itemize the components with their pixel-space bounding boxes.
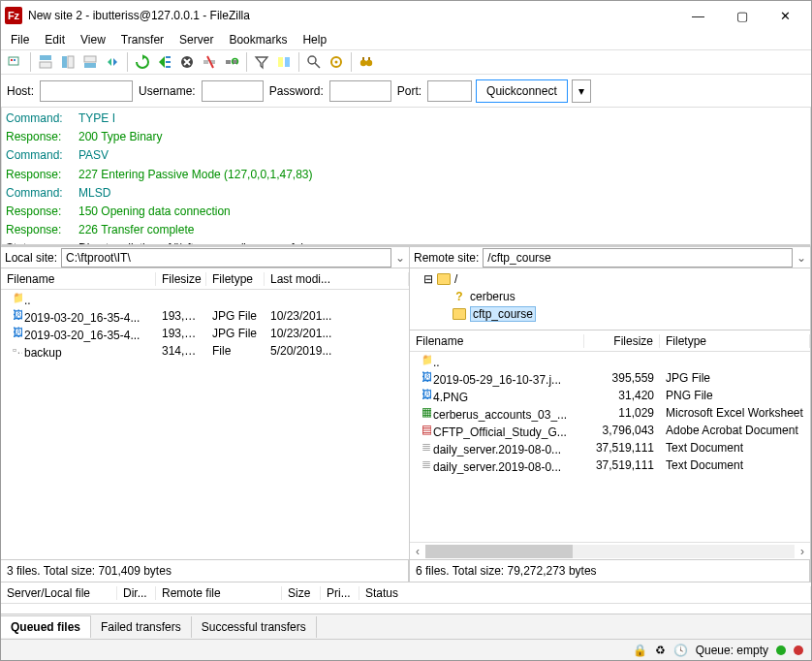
svg-rect-7 xyxy=(84,56,96,62)
tree-item-cerberus[interactable]: cerberus xyxy=(470,290,515,303)
svg-point-23 xyxy=(360,60,366,66)
clock-icon: 🕓 xyxy=(673,644,688,657)
list-item[interactable]: 🖼2019-03-20_16-35-4...193,5...JPG File10… xyxy=(1,325,409,342)
menu-file[interactable]: File xyxy=(3,31,37,48)
svg-rect-1 xyxy=(11,59,13,61)
filter-icon[interactable] xyxy=(251,51,272,73)
toggle-queue-icon[interactable] xyxy=(79,51,101,73)
reconnect-icon[interactable] xyxy=(221,51,242,73)
recycle-icon: ♻ xyxy=(655,644,666,657)
list-item[interactable]: 🖼2019-05-29_16-10-37.j...395,559JPG File xyxy=(410,369,810,387)
remote-path-dropdown[interactable]: ⌄ xyxy=(793,251,810,265)
jpg-icon: 🖼 xyxy=(7,326,22,339)
menu-bookmarks[interactable]: Bookmarks xyxy=(221,31,295,48)
compare-icon[interactable] xyxy=(273,51,295,73)
tab-successful-transfers[interactable]: Successful transfers xyxy=(192,616,317,638)
cancel-icon[interactable] xyxy=(176,51,198,73)
remote-columns[interactable]: Filename Filesize Filetype xyxy=(410,330,810,352)
svg-rect-25 xyxy=(362,57,364,60)
list-item[interactable]: ▫backup314,3...File5/20/2019... xyxy=(1,342,409,360)
list-item[interactable]: 🖼2019-03-20_16-35-4...193,5...JPG File10… xyxy=(1,307,409,325)
remote-tree[interactable]: ⊟/ ?cerberus cftp_course xyxy=(410,268,810,330)
xls-icon: ▦ xyxy=(416,405,431,419)
menu-help[interactable]: Help xyxy=(295,31,334,48)
generic-icon: ▫ xyxy=(7,343,22,357)
lock-icon: 🔒 xyxy=(633,644,647,657)
list-item[interactable]: 📁.. xyxy=(1,290,409,307)
sync-browse-icon[interactable] xyxy=(102,51,123,73)
local-filelist[interactable]: Filename Filesize Filetype Last modi... … xyxy=(1,268,409,559)
minimize-button[interactable]: — xyxy=(676,2,720,29)
file-panes: Local site: ⌄ Filename Filesize Filetype… xyxy=(1,246,811,559)
tab-failed-transfers[interactable]: Failed transfers xyxy=(91,616,192,638)
host-input[interactable] xyxy=(40,80,133,102)
port-input[interactable] xyxy=(427,80,472,102)
process-queue-icon[interactable] xyxy=(154,51,175,73)
disconnect-icon[interactable] xyxy=(199,51,220,73)
quickconnect-bar: Host: Username: Password: Port: Quickcon… xyxy=(1,75,811,108)
maximize-button[interactable]: ▢ xyxy=(720,2,764,29)
settings-icon[interactable] xyxy=(326,51,347,73)
toggle-tree-icon[interactable] xyxy=(57,51,78,73)
queue-body[interactable] xyxy=(1,604,811,614)
folder-icon: 📁 xyxy=(7,291,22,304)
local-path-dropdown[interactable]: ⌄ xyxy=(391,251,409,265)
remote-site-label: Remote site: xyxy=(410,251,483,265)
svg-point-19 xyxy=(308,56,316,64)
quickconnect-dropdown[interactable]: ▾ xyxy=(572,79,591,103)
local-status: 3 files. Total size: 701,409 bytes xyxy=(1,560,410,582)
username-input[interactable] xyxy=(202,80,264,102)
toolbar xyxy=(1,49,811,75)
list-item[interactable]: 📁.. xyxy=(410,352,810,369)
folder-icon xyxy=(437,273,451,285)
remote-panel: Remote site: ⌄ ⊟/ ?cerberus cftp_course … xyxy=(410,247,811,559)
tree-item-cftp-course[interactable]: cftp_course xyxy=(470,306,536,322)
search-icon[interactable] xyxy=(303,51,325,73)
toggle-log-icon[interactable] xyxy=(35,51,56,73)
svg-rect-3 xyxy=(40,55,51,60)
refresh-icon[interactable] xyxy=(132,51,153,73)
svg-line-20 xyxy=(315,63,320,68)
pane-status-row: 3 files. Total size: 701,409 bytes 6 fil… xyxy=(1,559,811,582)
svg-rect-8 xyxy=(84,63,96,68)
svg-rect-18 xyxy=(285,57,290,67)
remote-filelist[interactable]: Filename Filesize Filetype 📁..🖼2019-05-2… xyxy=(410,330,810,559)
list-item[interactable]: 🖼4.PNG31,420PNG File xyxy=(410,387,810,404)
list-item[interactable]: ▦cerberus_accounts_03_...11,029Microsoft… xyxy=(410,404,810,422)
list-item[interactable]: ≣daily_server.2019-08-0...37,519,111Text… xyxy=(410,456,810,474)
password-input[interactable] xyxy=(329,80,391,102)
quickconnect-button[interactable]: Quickconnect xyxy=(476,79,568,103)
status-bar: 🔒 ♻ 🕓 Queue: empty xyxy=(1,639,811,660)
local-columns[interactable]: Filename Filesize Filetype Last modi... xyxy=(1,268,409,290)
close-button[interactable]: ✕ xyxy=(764,2,807,29)
local-path-input[interactable] xyxy=(61,248,391,268)
app-icon: Fz xyxy=(5,7,22,24)
username-label: Username: xyxy=(137,84,198,98)
message-log[interactable]: Command:TYPE IResponse:200 Type BinaryCo… xyxy=(1,108,811,246)
list-item[interactable]: ▤CFTP_Official_Study_G...3,796,043Adobe … xyxy=(410,422,810,439)
menu-server[interactable]: Server xyxy=(172,31,221,48)
password-label: Password: xyxy=(267,84,326,98)
list-item[interactable]: ≣daily_server.2019-08-0...37,519,111Text… xyxy=(410,439,810,456)
tab-queued-files[interactable]: Queued files xyxy=(1,615,91,638)
menu-view[interactable]: View xyxy=(73,31,113,48)
tree-collapse-icon[interactable]: ⊟ xyxy=(423,272,433,286)
remote-path-input[interactable] xyxy=(483,248,793,268)
svg-point-24 xyxy=(366,60,372,66)
svg-rect-26 xyxy=(368,57,370,60)
remote-hscrollbar[interactable]: ‹› xyxy=(410,542,810,559)
binoculars-icon[interactable] xyxy=(356,51,377,73)
menu-transfer[interactable]: Transfer xyxy=(113,31,172,48)
pdf-icon: ▤ xyxy=(416,423,431,436)
remote-status: 6 files. Total size: 79,272,273 bytes xyxy=(410,560,811,582)
jpg-icon: 🖼 xyxy=(416,370,431,384)
menu-edit[interactable]: Edit xyxy=(37,31,73,48)
sitemanager-icon[interactable] xyxy=(5,51,26,73)
question-icon: ? xyxy=(453,290,466,303)
host-label: Host: xyxy=(5,84,36,98)
svg-rect-4 xyxy=(40,62,51,68)
queue-columns[interactable]: Server/Local file Dir... Remote file Siz… xyxy=(1,582,811,604)
png-icon: 🖼 xyxy=(416,388,431,401)
led-green-icon xyxy=(776,645,786,655)
tree-root[interactable]: / xyxy=(454,272,457,286)
